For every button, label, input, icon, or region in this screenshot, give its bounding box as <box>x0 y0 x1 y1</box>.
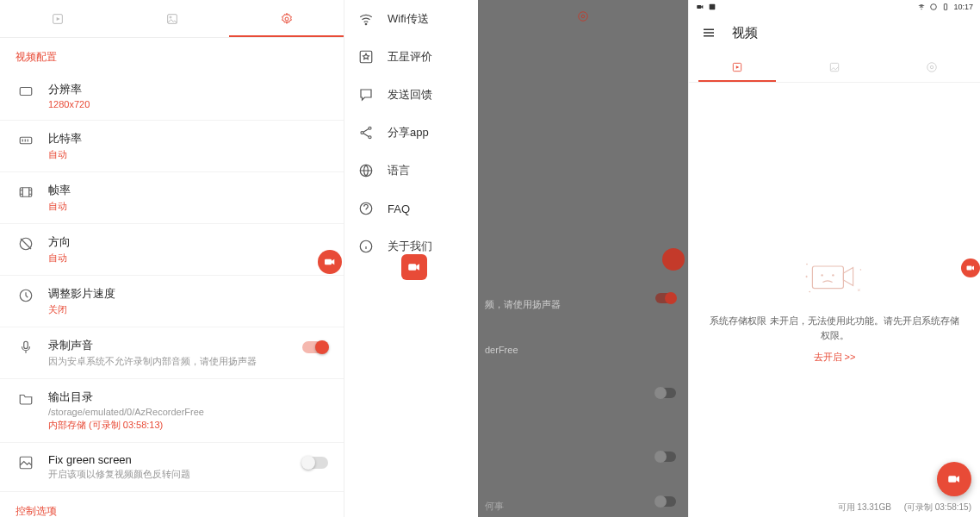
status-bar: 10:17 <box>689 0 980 14</box>
drawer-share[interactable]: 分享app <box>344 114 478 152</box>
svg-point-41 <box>809 291 810 293</box>
dim-fab-icon <box>662 248 685 271</box>
svg-point-40 <box>860 269 862 271</box>
svg-rect-43 <box>948 476 956 483</box>
section-control: 控制选项 <box>0 492 344 517</box>
orientation-icon <box>16 236 36 252</box>
row-output[interactable]: 输出目录 /storage/emulated/0/AzRecorderFree … <box>0 379 344 443</box>
image-fix-icon <box>16 455 36 470</box>
svg-point-4 <box>285 17 288 21</box>
svg-marker-1 <box>56 17 59 21</box>
settings-panel: 视频配置 分辨率 1280x720 比特率 自动 帧率 自动 方向 自动 调整影… <box>0 0 344 517</box>
svg-rect-25 <box>408 264 416 271</box>
app-bar: 视频 <box>689 14 980 52</box>
svg-rect-30 <box>945 4 947 10</box>
svg-rect-5 <box>20 88 32 96</box>
svg-rect-36 <box>812 266 843 289</box>
folder-icon <box>16 391 36 407</box>
bitrate-icon <box>16 133 36 148</box>
svg-rect-11 <box>24 341 28 348</box>
side-record-icon[interactable] <box>961 258 980 277</box>
row-bitrate[interactable]: 比特率 自动 <box>0 121 344 172</box>
empty-state: 系统存储权限 未开启，无法使用此功能。请先开启系统存储权限。 去开启 >> <box>689 255 980 364</box>
speed-icon <box>16 288 36 303</box>
drawer-panel: 频，请使用扬声器 derFree 何事 Wifi传送 五星评价 发送回馈 分享a… <box>344 0 689 517</box>
p3-tab-images[interactable] <box>786 52 884 82</box>
mic-icon <box>16 339 36 355</box>
section-video: 视频配置 <box>0 38 344 72</box>
row-orientation[interactable]: 方向 自动 <box>0 224 344 276</box>
svg-point-29 <box>931 4 937 10</box>
svg-point-19 <box>369 127 371 129</box>
video-tabs <box>689 52 980 83</box>
drawer-language[interactable]: 语言 <box>344 152 478 190</box>
svg-rect-10 <box>325 259 332 265</box>
drawer-rate[interactable]: 五星评价 <box>344 38 478 76</box>
svg-point-15 <box>581 15 585 18</box>
svg-point-16 <box>579 12 588 22</box>
dimmed-background: 频，请使用扬声器 derFree 何事 <box>478 0 688 517</box>
row-audio[interactable]: 录制声音 因为安卓系统不允许录制内部音频，请使用扬声器 <box>0 327 344 379</box>
svg-rect-27 <box>710 4 716 10</box>
svg-marker-32 <box>736 65 740 69</box>
drawer-record-icon[interactable] <box>401 254 427 280</box>
row-fixgreen[interactable]: Fix green screen 开启该项以修复视频颜色反转问题 <box>0 443 344 492</box>
storage-footer: 可用 13.31GB (可录制 03:58:15) <box>838 501 971 514</box>
drawer-faq[interactable]: FAQ <box>344 190 478 227</box>
appbar-title: 视频 <box>732 25 758 41</box>
record-fab[interactable] <box>937 462 971 496</box>
p3-tab-settings[interactable] <box>883 52 980 82</box>
drawer-feedback[interactable]: 发送回馈 <box>344 76 478 114</box>
video-panel: 10:17 视频 系统存储权限 未开启，无法使用此功能。请先开启系统 <box>689 0 980 517</box>
row-resolution[interactable]: 分辨率 1280x720 <box>0 72 344 121</box>
svg-rect-6 <box>20 137 32 144</box>
fixgreen-toggle[interactable] <box>302 457 328 469</box>
empty-illustration <box>800 255 869 298</box>
drawer-wifi[interactable]: Wifi传送 <box>344 0 478 38</box>
tab-settings[interactable] <box>229 0 344 37</box>
empty-message: 系统存储权限 未开启，无法使用此功能。请先开启系统存储权限。 <box>689 314 980 342</box>
settings-tabs <box>0 0 344 38</box>
svg-point-39 <box>806 264 808 265</box>
svg-rect-7 <box>20 188 32 197</box>
svg-point-21 <box>369 136 371 139</box>
hamburger-icon[interactable] <box>701 25 716 40</box>
resolution-icon <box>16 84 36 99</box>
svg-point-20 <box>361 132 363 134</box>
row-framerate[interactable]: 帧率 自动 <box>0 172 344 224</box>
framerate-icon <box>16 184 36 200</box>
tab-videos[interactable] <box>0 0 115 37</box>
audio-toggle[interactable] <box>302 341 328 353</box>
svg-point-3 <box>170 16 171 18</box>
svg-point-34 <box>930 65 933 69</box>
svg-rect-42 <box>967 266 972 271</box>
floating-record-icon[interactable] <box>318 250 342 274</box>
svg-point-38 <box>832 274 834 276</box>
empty-action-link[interactable]: 去开启 >> <box>814 351 856 364</box>
svg-point-37 <box>821 274 822 276</box>
row-speed[interactable]: 调整影片速度 关闭 <box>0 276 344 327</box>
tab-images[interactable] <box>115 0 229 37</box>
p3-tab-videos[interactable] <box>689 52 786 82</box>
svg-point-28 <box>921 9 922 9</box>
svg-rect-26 <box>697 5 701 9</box>
svg-point-35 <box>927 62 936 72</box>
svg-point-17 <box>365 23 367 25</box>
